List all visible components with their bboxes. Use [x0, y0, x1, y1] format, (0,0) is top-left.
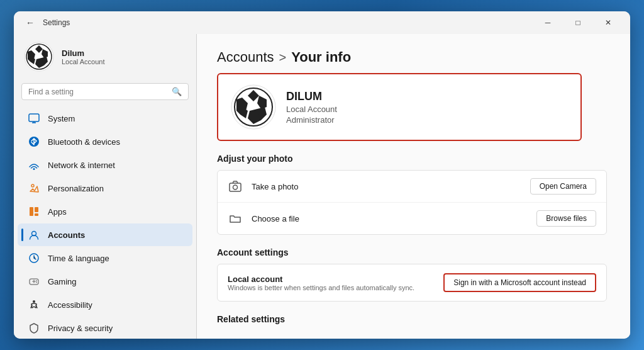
network-icon: [28, 159, 40, 171]
sidebar-item-bluetooth-label: Bluetooth & devices: [48, 137, 120, 147]
minimize-button[interactable]: ─: [533, 13, 562, 33]
sidebar-item-accessibility-label: Accessibility: [48, 300, 92, 310]
user-card: DILUM Local Account Administrator: [217, 73, 582, 141]
sidebar-item-privacy-label: Privacy & security: [48, 324, 113, 333]
back-button[interactable]: ←: [21, 14, 39, 31]
breadcrumb-current: Your info: [291, 49, 351, 65]
close-button[interactable]: ✕: [594, 13, 623, 33]
accessibility-icon: [28, 298, 40, 311]
account-settings-section: Account settings Local account Windows i…: [217, 247, 610, 302]
sidebar-search[interactable]: 🔍: [21, 83, 189, 100]
svg-rect-15: [30, 207, 33, 216]
sidebar-profile: Dilum Local Account: [14, 34, 196, 79]
sidebar-item-network-label: Network & internet: [48, 161, 115, 170]
sidebar-item-personalization[interactable]: Personalization: [18, 177, 192, 200]
sidebar-item-accounts-label: Accounts: [48, 230, 85, 240]
privacy-icon: [28, 322, 40, 334]
take-photo-row: Take a photo Open Camera: [218, 171, 606, 203]
svg-rect-17: [35, 213, 38, 216]
user-card-avatar: [231, 84, 276, 130]
sidebar-item-system[interactable]: System: [18, 107, 192, 130]
sidebar-profile-type: Local Account: [62, 58, 105, 65]
browse-files-button[interactable]: Browse files: [536, 210, 596, 227]
window-title: Settings: [43, 18, 70, 27]
sidebar-item-privacy[interactable]: Privacy & security: [18, 317, 192, 334]
apps-icon: [28, 205, 40, 218]
take-photo-label: Take a photo: [252, 182, 521, 191]
sidebar-profile-info: Dilum Local Account: [62, 48, 105, 65]
window-controls: ─ □ ✕: [533, 13, 623, 33]
bluetooth-icon: [28, 135, 40, 148]
sign-in-microsoft-button[interactable]: Sign in with a Microsoft account instead: [443, 273, 596, 292]
adjust-photo-section: Adjust your photo Take a photo Open Came…: [217, 154, 610, 235]
sidebar-item-gaming-label: Gaming: [48, 277, 77, 286]
sidebar-item-personalization-label: Personalization: [48, 184, 104, 193]
sidebar-item-accessibility[interactable]: Accessibility: [18, 293, 192, 316]
svg-rect-9: [29, 114, 39, 121]
svg-point-24: [36, 282, 37, 283]
svg-point-23: [36, 280, 37, 281]
folder-icon: [228, 211, 243, 226]
avatar: [24, 42, 54, 72]
svg-point-38: [233, 185, 238, 189]
system-icon: [28, 112, 40, 125]
user-card-name: DILUM: [286, 90, 337, 103]
adjust-photo-card: Take a photo Open Camera Choose a file B…: [217, 170, 607, 235]
local-account-desc: Windows is better when settings and file…: [228, 284, 443, 291]
sidebar-item-accounts[interactable]: Accounts: [18, 223, 192, 246]
adjust-photo-title: Adjust your photo: [217, 154, 610, 164]
local-account-row: Local account Windows is better when set…: [217, 264, 607, 302]
personalization-icon: [28, 182, 40, 195]
related-settings-title: Related settings: [217, 314, 610, 324]
sidebar-item-time-label: Time & language: [48, 254, 109, 263]
search-input[interactable]: [28, 88, 167, 96]
sidebar-item-bluetooth[interactable]: Bluetooth & devices: [18, 130, 192, 153]
choose-file-row: Choose a file Browse files: [218, 203, 606, 234]
sidebar-item-system-label: System: [48, 114, 75, 123]
svg-rect-37: [230, 183, 241, 191]
svg-point-14: [31, 184, 34, 187]
user-card-account-type: Local Account: [286, 104, 337, 114]
user-card-info: DILUM Local Account Administrator: [286, 90, 337, 125]
svg-point-13: [33, 168, 35, 170]
content-area: Accounts > Your info: [197, 34, 630, 339]
sidebar-item-network[interactable]: Network & internet: [18, 154, 192, 176]
sidebar: Dilum Local Account 🔍 System: [14, 34, 196, 339]
breadcrumb-parent: Accounts: [217, 49, 274, 65]
related-settings-section: Related settings: [217, 314, 610, 324]
svg-rect-16: [35, 207, 38, 212]
maximize-button[interactable]: □: [564, 13, 592, 33]
search-icon: 🔍: [172, 87, 182, 96]
sidebar-profile-name: Dilum: [62, 48, 105, 58]
sidebar-item-apps[interactable]: Apps: [18, 200, 192, 223]
svg-point-25: [33, 300, 35, 303]
camera-icon: [228, 179, 243, 194]
local-account-title: Local account: [228, 274, 443, 284]
titlebar: ← Settings ─ □ ✕: [14, 11, 630, 34]
sidebar-item-time[interactable]: Time & language: [18, 247, 192, 269]
main-layout: Dilum Local Account 🔍 System: [14, 34, 630, 339]
account-settings-title: Account settings: [217, 247, 610, 257]
settings-window: ← Settings ─ □ ✕: [14, 11, 630, 339]
sidebar-nav: System Bluetooth & devices Network & int…: [14, 106, 196, 334]
time-icon: [28, 252, 40, 264]
sidebar-item-apps-label: Apps: [48, 207, 67, 217]
open-camera-button[interactable]: Open Camera: [530, 178, 596, 195]
breadcrumb: Accounts > Your info: [217, 49, 610, 65]
user-card-role: Administrator: [286, 115, 337, 125]
accounts-icon: [28, 229, 40, 241]
local-account-info: Local account Windows is better when set…: [228, 274, 443, 291]
gaming-icon: [28, 275, 40, 288]
sidebar-item-gaming[interactable]: Gaming: [18, 270, 192, 293]
breadcrumb-separator: >: [279, 50, 287, 65]
choose-file-label: Choose a file: [252, 214, 528, 223]
